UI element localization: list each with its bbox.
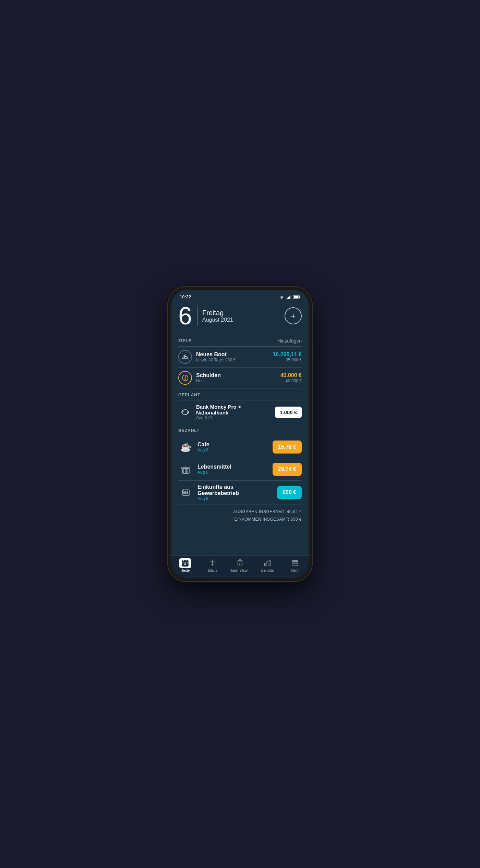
screen-content[interactable]: 6 Freitag August 2021 + ZIELE Hinzufügen [171,301,309,555]
transaction-einkuenfte[interactable]: Einkünfte aus Gewerbebetrieb Aug 6 650 € [171,481,309,505]
nav-bilanz[interactable]: Bilanz [199,558,226,572]
svg-rect-0 [287,298,288,299]
section-header-goals: ZIELE Hinzufügen [171,334,309,346]
einkuenfte-name: Einkünfte aus Gewerbebetrieb [197,484,273,496]
einkuenfte-info: Einkünfte aus Gewerbebetrieb Aug 6 [197,484,273,501]
planned-sub-1: Aug 6 ⏱ [196,416,271,420]
goal-item-1[interactable]: Neues Boot Letzte 30 Tage: 280 € 10.265,… [171,347,309,367]
svg-rect-6 [294,296,299,298]
lebensmittel-icon [178,462,193,477]
header: 6 Freitag August 2021 + [171,301,309,334]
cafe-info: Cafe Aug 6 [197,442,268,452]
signal-icon [287,295,291,299]
planned-name-1: Bank Money Pro > Nationalbank [196,404,271,416]
goal-icon-2 [178,371,192,385]
einkuenfte-date: Aug 6 [197,496,273,501]
einkommen-total: EINKOMMEN INSGESAMT: 650 € [178,516,302,523]
planned-icon-1 [178,405,192,419]
svg-rect-1 [288,297,289,299]
goal-amounts-1: 10.265,11 € 35.000 € [273,351,302,362]
status-icons [279,295,300,299]
transaction-cafe[interactable]: ☕ Cafe Aug 6 15,78 € [171,436,309,458]
cafe-name: Cafe [197,442,268,448]
goals-action[interactable]: Hinzufügen [277,338,302,344]
svg-rect-42 [292,563,298,564]
lebensmittel-date: Aug 6 [197,470,268,475]
transaction-lebensmittel[interactable]: Lebensmittel Aug 6 29,74 € [171,458,309,480]
svg-rect-5 [300,296,300,298]
svg-rect-40 [269,560,271,566]
bottom-nav: 6 Heute Bilanz [171,555,309,578]
planned-title: GEPLANT [178,393,200,397]
svg-point-8 [184,355,186,356]
cafe-date: Aug 6 [197,448,268,452]
planned-info-1: Bank Money Pro > Nationalbank Aug 6 ⏱ [196,404,271,420]
svg-rect-38 [265,563,266,566]
svg-rect-43 [292,565,298,566]
goal-amounts-2: 40.000 € 40.000 € [280,372,302,383]
cafe-amount: 15,78 € [273,441,302,454]
nav-berichte-label: Berichte [261,569,274,572]
nav-haushaltsplan[interactable]: Haushaltspl... [226,558,254,572]
day-number: 6 [178,303,192,328]
goal-item-2[interactable]: Schulden Neu 40.000 € 40.000 € [171,368,309,388]
totals-section: AUSGABEN INSGESAMT: 45,52 € EINKOMMEN IN… [171,505,309,526]
nav-heute-label: Heute [181,569,190,572]
nav-mehr[interactable]: Mehr [281,558,309,572]
svg-rect-3 [291,295,291,299]
nav-heute[interactable]: 6 Heute [171,558,199,572]
planned-amount-1: 1.000 € [275,407,302,418]
goals-title: ZIELE [178,338,192,343]
date-weekday: Freitag [202,309,233,317]
goal-icon-1 [178,350,192,364]
status-time: 10:22 [180,294,191,299]
svg-rect-2 [289,296,290,299]
goal-current-2: 40.000 € [280,372,302,379]
date-divider [197,306,197,326]
ausgaben-total: AUSGABEN INSGESAMT: 45,52 € [178,508,302,516]
cafe-icon: ☕ [178,439,193,455]
section-header-paid: BEZAHLT [171,424,309,436]
nav-bilanz-icon [206,558,219,568]
section-header-planned: GEPLANT [171,388,309,400]
goal-info-2: Schulden Neu [196,372,276,383]
nav-haushaltsplan-label: Haushaltspl... [230,569,251,572]
lebensmittel-name: Lebensmittel [197,464,268,470]
lebensmittel-amount: 29,74 € [273,463,302,476]
nav-mehr-label: Mehr [291,569,299,572]
svg-rect-41 [292,561,298,562]
nav-haushaltsplan-icon [234,558,246,568]
einkuenfte-icon [178,485,193,500]
svg-rect-12 [182,469,189,473]
goal-total-1: 35.000 € [273,358,302,362]
goal-current-1: 10.265,11 € [273,351,302,358]
paid-title: BEZAHLT [178,428,200,433]
svg-text:6: 6 [184,562,186,566]
goal-sub-1: Letzte 30 Tage: 280 € [196,358,268,362]
svg-rect-39 [267,561,268,566]
phone-screen: 10:22 [171,290,309,578]
goal-sub-2: Neu [196,379,276,383]
status-bar: 10:22 [171,290,309,301]
nav-bilanz-label: Bilanz [208,569,217,572]
goal-total-2: 40.000 € [280,379,302,383]
planned-item-1[interactable]: Bank Money Pro > Nationalbank Aug 6 ⏱ 1.… [171,400,309,424]
bottom-spacer [171,526,309,555]
einkuenfte-amount: 650 € [277,486,302,499]
nav-berichte-icon [261,558,274,568]
phone-frame: 10:22 [168,287,312,581]
goal-name-2: Schulden [196,372,276,379]
goal-info-1: Neues Boot Letzte 30 Tage: 280 € [196,351,268,362]
nav-heute-icon: 6 [179,558,191,568]
nav-mehr-icon [289,558,301,568]
nav-berichte[interactable]: Berichte [254,558,281,572]
add-button[interactable]: + [285,307,302,324]
date-text: Freitag August 2021 [202,309,233,323]
date-month: August 2021 [202,317,233,323]
goal-name-1: Neues Boot [196,351,268,358]
wifi-icon [279,295,285,299]
svg-rect-20 [183,491,185,493]
lebensmittel-info: Lebensmittel Aug 6 [197,464,268,475]
battery-icon [293,295,300,299]
date-section: 6 Freitag August 2021 [178,303,233,328]
